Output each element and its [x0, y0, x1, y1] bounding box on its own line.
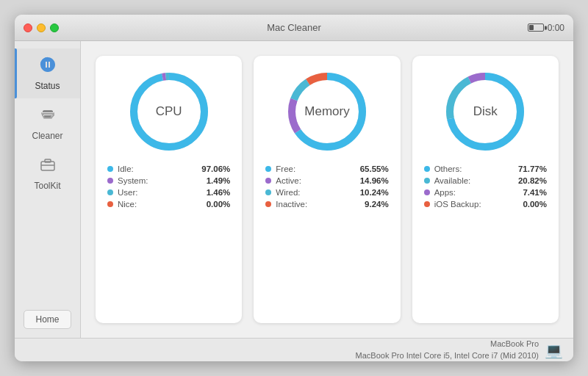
battery-time: 0:00	[548, 23, 564, 33]
stat-row: iOS Backup: 0.00%	[424, 200, 547, 209]
user-dot	[107, 189, 113, 195]
stat-row: Free: 65.55%	[265, 164, 388, 173]
free-dot	[265, 166, 271, 172]
svg-rect-1	[45, 159, 51, 162]
stat-row: User: 1.46%	[107, 188, 230, 197]
cleaner-icon	[39, 106, 57, 128]
sidebar: Status Cleaner	[15, 41, 81, 338]
app-window: Mac Cleaner 0:00 Status	[15, 15, 573, 361]
stat-row: Idle: 97.06%	[107, 164, 230, 173]
nice-dot	[107, 201, 113, 207]
footer: MacBook Pro MacBook Pro Intel Core i5, I…	[15, 338, 573, 361]
stat-row: Nice: 0.00%	[107, 200, 230, 209]
footer-line2: MacBook Pro Intel Core i5, Intel Core i7…	[356, 350, 539, 361]
stat-row: Available: 20.82%	[424, 176, 547, 185]
toolkit-icon	[39, 156, 57, 178]
close-button[interactable]	[24, 24, 32, 32]
content-area: CPU Idle: 97.06% System: 1.49%	[81, 41, 573, 338]
disk-stats: Others: 71.77% Available: 20.82% Apps: 7…	[424, 164, 547, 209]
memory-label: Memory	[304, 104, 349, 119]
sidebar-status-label: Status	[35, 81, 60, 91]
sidebar-item-toolkit[interactable]: ToolKit	[15, 148, 80, 198]
stat-row: Apps: 7.41%	[424, 188, 547, 197]
main-content: Status Cleaner	[15, 41, 573, 338]
stat-row: Others: 71.77%	[424, 164, 547, 173]
cards-row: CPU Idle: 97.06% System: 1.49%	[96, 56, 559, 323]
home-button[interactable]: Home	[24, 310, 71, 329]
stat-row: System: 1.49%	[107, 176, 230, 185]
memory-card: Memory Free: 65.55% Active: 14.96%	[254, 56, 400, 323]
idle-dot	[107, 166, 113, 172]
disk-card: Disk Others: 71.77% Available: 20.82%	[412, 56, 559, 323]
wired-dot	[265, 189, 271, 195]
stat-row: Active: 14.96%	[265, 176, 388, 185]
footer-text: MacBook Pro MacBook Pro Intel Core i5, I…	[356, 339, 539, 361]
sidebar-item-status[interactable]: Status	[15, 48, 80, 98]
disk-label: Disk	[473, 104, 498, 119]
disk-donut: Disk	[441, 68, 529, 156]
titlebar: Mac Cleaner 0:00	[15, 15, 573, 41]
cpu-label: CPU	[156, 104, 182, 119]
others-dot	[424, 166, 430, 172]
memory-donut: Memory	[283, 68, 371, 156]
cpu-donut: CPU	[125, 68, 213, 156]
window-title: Mac Cleaner	[267, 22, 321, 33]
apps-dot	[424, 189, 430, 195]
stat-row: Inactive: 9.24%	[265, 200, 388, 209]
status-icon	[39, 56, 57, 78]
sidebar-toolkit-label: ToolKit	[34, 181, 60, 191]
battery-icon	[528, 24, 544, 32]
titlebar-right: 0:00	[528, 23, 573, 33]
laptop-icon: 💻	[545, 341, 563, 359]
sidebar-bottom: Home	[15, 301, 80, 338]
cpu-card: CPU Idle: 97.06% System: 1.49%	[96, 56, 242, 323]
sidebar-item-cleaner[interactable]: Cleaner	[15, 98, 80, 148]
memory-stats: Free: 65.55% Active: 14.96% Wired: 10.24…	[265, 164, 388, 209]
inactive-dot	[265, 201, 271, 207]
ios-backup-dot	[424, 201, 430, 207]
active-dot	[265, 178, 271, 184]
maximize-button[interactable]	[50, 24, 59, 32]
cpu-stats: Idle: 97.06% System: 1.49% User: 1.46%	[107, 164, 230, 209]
footer-line1: MacBook Pro	[356, 339, 539, 350]
stat-row: Wired: 10.24%	[265, 188, 388, 197]
window-controls	[15, 24, 59, 32]
system-dot	[107, 178, 113, 184]
svg-rect-0	[41, 162, 54, 170]
available-dot	[424, 178, 430, 184]
minimize-button[interactable]	[37, 24, 46, 32]
sidebar-cleaner-label: Cleaner	[32, 131, 62, 141]
